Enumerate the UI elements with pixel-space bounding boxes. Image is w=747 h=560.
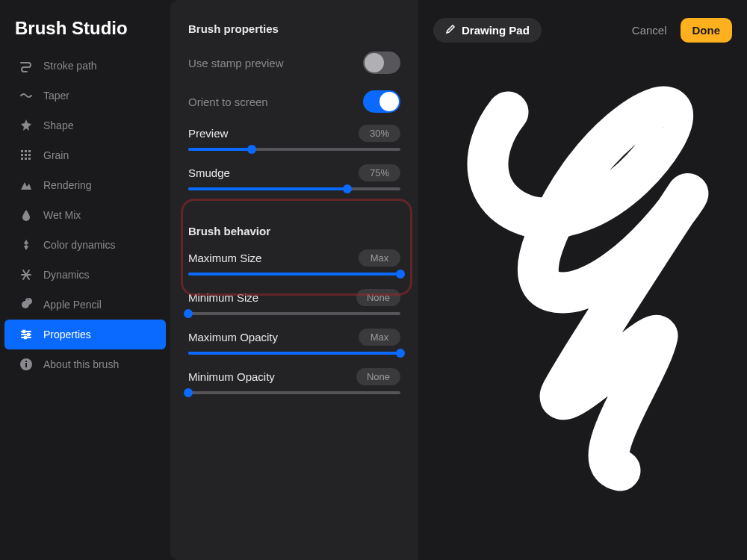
max-size-label: Maximum Size bbox=[188, 252, 261, 264]
max-opacity-value: Max bbox=[359, 329, 400, 346]
dynamics-icon bbox=[19, 268, 33, 281]
sidebar-item-dynamics[interactable]: Dynamics bbox=[4, 260, 166, 290]
about-icon bbox=[19, 358, 33, 371]
use-stamp-preview-toggle[interactable] bbox=[363, 52, 400, 74]
svg-rect-17 bbox=[25, 361, 27, 362]
sidebar-item-label: Apple Pencil bbox=[43, 299, 102, 311]
svg-rect-16 bbox=[25, 363, 27, 367]
max-opacity-label: Maximum Opacity bbox=[188, 331, 278, 343]
sidebar-item-shape[interactable]: Shape bbox=[4, 111, 166, 140]
svg-point-14 bbox=[25, 337, 27, 339]
svg-rect-6 bbox=[21, 158, 23, 160]
sidebar-item-about[interactable]: About this brush bbox=[4, 349, 166, 379]
sidebar-item-label: Dynamics bbox=[43, 269, 89, 281]
rendering-icon bbox=[19, 178, 33, 192]
drawing-pad-label: Drawing Pad bbox=[462, 24, 530, 37]
sidebar-item-label: Grain bbox=[43, 149, 69, 161]
properties-icon bbox=[19, 328, 33, 341]
svg-rect-2 bbox=[28, 150, 31, 152]
row-min-opacity: Minimum Opacity None bbox=[188, 368, 400, 394]
min-size-value: None bbox=[356, 289, 400, 306]
taper-icon bbox=[19, 89, 33, 102]
sidebar-item-label: Color dynamics bbox=[43, 239, 115, 251]
min-opacity-value: None bbox=[356, 368, 400, 385]
row-use-stamp-preview: Use stamp preview bbox=[188, 47, 400, 86]
sidebar-item-label: Shape bbox=[43, 119, 73, 131]
orient-to-screen-toggle[interactable] bbox=[363, 90, 400, 113]
preview-label: Preview bbox=[188, 127, 228, 140]
apple-pencil-icon bbox=[19, 298, 33, 311]
sidebar-item-taper[interactable]: Taper bbox=[4, 81, 166, 111]
svg-rect-4 bbox=[25, 154, 27, 156]
sidebar-item-label: Rendering bbox=[43, 179, 92, 191]
sidebar-item-wet-mix[interactable]: Wet Mix bbox=[4, 200, 166, 230]
row-smudge: Smudge 75% bbox=[188, 164, 400, 190]
section-title-brush-behavior: Brush behavior bbox=[188, 225, 400, 237]
svg-rect-8 bbox=[28, 158, 31, 160]
preview-slider[interactable] bbox=[188, 148, 400, 151]
row-max-size: Maximum Size Max bbox=[188, 249, 400, 276]
sidebar-item-stroke-path[interactable]: Stroke path bbox=[4, 51, 166, 81]
app-title: Brush Studio bbox=[0, 18, 170, 51]
sidebar-item-properties[interactable]: Properties bbox=[4, 320, 166, 349]
sidebar-item-color-dynamics[interactable]: Color dynamics bbox=[4, 230, 166, 260]
done-button[interactable]: Done bbox=[681, 18, 733, 43]
sidebar-item-grain[interactable]: Grain bbox=[4, 140, 166, 170]
smudge-label: Smudge bbox=[188, 167, 230, 179]
section-title-brush-properties: Brush properties bbox=[188, 22, 400, 35]
sidebar-item-label: Properties bbox=[43, 329, 91, 340]
svg-rect-1 bbox=[25, 150, 27, 152]
drawing-pad-button[interactable]: Drawing Pad bbox=[433, 18, 542, 43]
sidebar-item-label: Taper bbox=[43, 90, 69, 102]
svg-rect-3 bbox=[21, 154, 23, 156]
properties-panel: Brush properties Use stamp preview Orien… bbox=[170, 0, 418, 560]
row-preview: Preview 30% bbox=[188, 125, 400, 151]
wet-mix-icon bbox=[19, 208, 33, 222]
preview-value: 30% bbox=[359, 125, 400, 142]
smudge-value: 75% bbox=[359, 164, 400, 181]
sidebar-item-label: Stroke path bbox=[43, 60, 97, 72]
smudge-slider[interactable] bbox=[188, 187, 400, 190]
min-size-label: Minimum Size bbox=[188, 291, 258, 304]
svg-rect-0 bbox=[21, 150, 23, 152]
use-stamp-preview-label: Use stamp preview bbox=[188, 57, 284, 69]
brush-stroke-preview[interactable] bbox=[418, 67, 747, 515]
orient-to-screen-label: Orient to screen bbox=[188, 96, 268, 108]
sidebar-item-rendering[interactable]: Rendering bbox=[4, 170, 166, 200]
max-size-slider[interactable] bbox=[188, 273, 400, 276]
sidebar-item-label: Wet Mix bbox=[43, 209, 81, 221]
cancel-button[interactable]: Cancel bbox=[632, 24, 667, 37]
min-opacity-label: Minimum Opacity bbox=[188, 370, 275, 383]
min-opacity-slider[interactable] bbox=[188, 391, 400, 394]
max-opacity-slider[interactable] bbox=[188, 352, 400, 355]
color-dynamics-icon bbox=[19, 238, 33, 252]
topbar: Drawing Pad Cancel Done bbox=[418, 0, 747, 43]
max-size-value: Max bbox=[359, 249, 400, 267]
sidebar-item-label: About this brush bbox=[43, 358, 119, 370]
edit-icon bbox=[445, 24, 456, 37]
row-max-opacity: Maximum Opacity Max bbox=[188, 329, 400, 355]
row-orient-to-screen: Orient to screen bbox=[188, 86, 400, 125]
canvas-panel: Drawing Pad Cancel Done bbox=[418, 0, 747, 560]
row-min-size: Minimum Size None bbox=[188, 289, 400, 315]
svg-point-13 bbox=[28, 334, 30, 336]
svg-point-12 bbox=[23, 331, 25, 333]
svg-rect-7 bbox=[25, 158, 27, 160]
sidebar-item-apple-pencil[interactable]: Apple Pencil bbox=[4, 290, 166, 320]
svg-rect-5 bbox=[28, 154, 31, 156]
shape-icon bbox=[19, 119, 33, 132]
stroke-path-icon bbox=[19, 59, 33, 72]
min-size-slider[interactable] bbox=[188, 312, 400, 315]
sidebar: Brush Studio Stroke path Taper Shape Gra… bbox=[0, 0, 170, 560]
grain-icon bbox=[19, 149, 33, 162]
